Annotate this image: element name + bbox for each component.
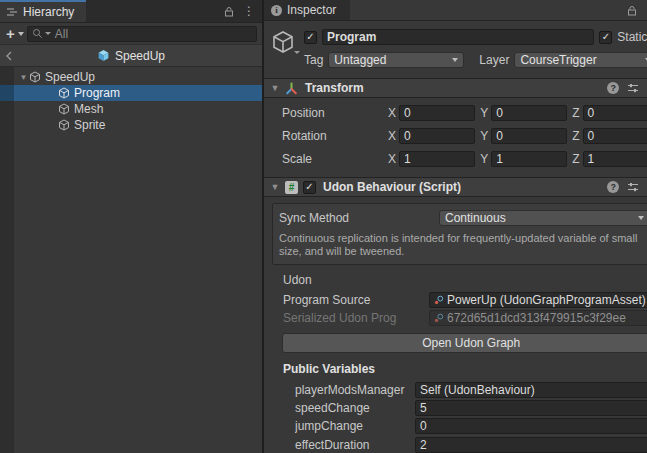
gameobject-cube-icon [271, 30, 295, 54]
tag-value: Untagged [334, 53, 386, 67]
presets-icon[interactable] [627, 181, 639, 193]
help-icon[interactable]: ? [607, 82, 619, 94]
prefab-cube-icon [97, 49, 110, 62]
position-y-field[interactable]: 0 [491, 105, 567, 121]
transform-title: Transform [305, 81, 364, 95]
axis-y-label: Y [480, 129, 488, 143]
search-placeholder: All [55, 27, 68, 41]
search-icon [32, 28, 43, 39]
scale-x-field[interactable]: 1 [399, 151, 475, 167]
layer-value: CourseTrigger [520, 53, 596, 67]
position-label: Position [264, 106, 388, 120]
variable-value-field[interactable]: 0 [415, 418, 647, 434]
presets-icon[interactable] [627, 82, 639, 94]
transform-icon [285, 82, 298, 95]
add-object-caret-icon[interactable] [18, 32, 24, 36]
variable-name: speedChange [295, 401, 415, 415]
chevron-left-icon [5, 51, 13, 61]
udon-graph-asset-icon [434, 313, 444, 323]
serialized-program-value: 672d65d1dcd313f479915c3f29ee [447, 311, 646, 325]
axis-z-label: Z [572, 106, 579, 120]
position-z-field[interactable]: 0 [583, 105, 647, 121]
lock-icon[interactable] [627, 5, 637, 16]
static-checkbox[interactable]: ✓ [599, 31, 612, 44]
lock-icon[interactable] [224, 6, 234, 17]
position-x-field[interactable]: 0 [399, 105, 475, 121]
tree-item-label: Mesh [74, 102, 103, 116]
tree-row-program[interactable]: Program [0, 85, 262, 101]
hierarchy-toolbar: + All [0, 23, 262, 45]
axis-x-label: X [388, 129, 396, 143]
gameobject-header: ✓ Program ✓ Static Tag Untagged Layer Co… [264, 21, 647, 78]
foldout-icon[interactable]: ▼ [18, 73, 29, 82]
foldout-icon[interactable]: ▼ [270, 182, 280, 192]
axis-x-label: X [388, 106, 396, 120]
help-icon[interactable]: ? [607, 181, 619, 193]
sync-method-description: Continuous replication is intended for f… [279, 232, 647, 258]
prefab-back-button[interactable] [0, 51, 18, 61]
component-enabled-checkbox[interactable]: ✓ [303, 181, 316, 194]
variable-value-field[interactable]: Self (UdonBehaviour) [415, 382, 647, 398]
scale-y-field[interactable]: 1 [491, 151, 567, 167]
udon-behaviour-header[interactable]: ▼ # ✓ Udon Behaviour (Script) ? ⋮ [264, 177, 647, 197]
tree-row-mesh[interactable]: Mesh [0, 101, 262, 117]
hierarchy-panel: Hierarchy ⋮ + All [0, 0, 264, 453]
gameobject-icon-button[interactable] [271, 30, 295, 54]
tree-row-sprite[interactable]: Sprite [0, 117, 262, 133]
udon-graph-asset-icon [434, 295, 444, 305]
active-checkbox[interactable]: ✓ [304, 31, 317, 44]
hierarchy-tab-label: Hierarchy [23, 5, 74, 19]
gameobject-cube-icon [58, 103, 70, 115]
search-filter-caret-icon [45, 32, 51, 35]
program-source-row: Program Source PowerUp (UdonGraphProgram… [264, 291, 647, 307]
hierarchy-tabbar: Hierarchy ⋮ [0, 0, 262, 23]
layer-dropdown[interactable]: CourseTrigger [514, 52, 647, 68]
gameobject-name-field[interactable]: Program [322, 29, 594, 45]
inspector-tabbar: i Inspector ⋮ [264, 0, 647, 21]
program-source-value: PowerUp (UdonGraphProgramAsset) [447, 293, 646, 307]
rotation-z-field[interactable]: 0 [583, 128, 647, 144]
inspector-panel: i Inspector ⋮ ✓ Program ✓ Static Tag [264, 0, 647, 453]
program-source-object-field[interactable]: PowerUp (UdonGraphProgramAsset) ◎ [429, 292, 647, 308]
gameobject-cube-icon [58, 119, 70, 131]
variable-name: jumpChange [295, 419, 415, 433]
serialized-program-object-field: 672d65d1dcd313f479915c3f29ee ◎ [429, 310, 647, 326]
hierarchy-tree: ▼ SpeedUp Program Mesh [0, 67, 262, 453]
add-object-button[interactable]: + [6, 28, 15, 40]
script-icon: # [285, 181, 298, 194]
tab-hierarchy[interactable]: Hierarchy [0, 0, 86, 22]
tag-dropdown[interactable]: Untagged [328, 52, 464, 68]
variable-row-playermodsmanager: playerModsManager Self (UdonBehaviour) [264, 381, 647, 397]
tab-inspector[interactable]: i Inspector [264, 0, 350, 20]
tree-row-speedup[interactable]: ▼ SpeedUp [0, 69, 262, 85]
transform-header[interactable]: ▼ Transform ? ⋮ [264, 78, 647, 98]
variable-value-field[interactable]: 5 [415, 400, 647, 416]
hierarchy-tab-actions: ⋮ [224, 0, 262, 22]
inspector-tab-label: Inspector [287, 3, 336, 17]
sync-method-dropdown[interactable]: Continuous [439, 210, 647, 226]
serialized-program-label: Serialized Udon Prog [283, 311, 429, 325]
variable-value-field[interactable]: 2 [415, 437, 647, 453]
variable-name: playerModsManager [295, 383, 415, 397]
tree-item-label: Sprite [74, 118, 105, 132]
hierarchy-search-input[interactable]: All [27, 26, 257, 42]
chevron-down-icon [452, 58, 458, 62]
foldout-icon[interactable]: ▼ [270, 83, 280, 93]
scale-label: Scale [264, 152, 388, 166]
rotation-x-field[interactable]: 0 [399, 128, 475, 144]
sync-method-value: Continuous [445, 211, 506, 225]
udon-header-icons: ? ⋮ [607, 181, 647, 193]
prefab-breadcrumb: SpeedUp [0, 45, 262, 67]
gameobject-icon-caret-icon [294, 51, 300, 54]
public-variables-header: Public Variables [264, 353, 647, 379]
serialized-program-row: Serialized Udon Prog 672d65d1dcd313f4799… [264, 310, 647, 326]
sync-method-label: Sync Method [279, 211, 439, 225]
open-udon-graph-button[interactable]: Open Udon Graph [282, 333, 647, 353]
inspector-icon: i [271, 5, 282, 16]
variable-name: effectDuration [295, 438, 415, 452]
scale-z-field[interactable]: 1 [583, 151, 647, 167]
menu-dots-icon[interactable]: ⋮ [243, 6, 255, 16]
variable-row-speedchange: speedChange 5 [264, 400, 647, 416]
rotation-y-field[interactable]: 0 [491, 128, 567, 144]
udon-behaviour-title: Udon Behaviour (Script) [323, 180, 461, 194]
